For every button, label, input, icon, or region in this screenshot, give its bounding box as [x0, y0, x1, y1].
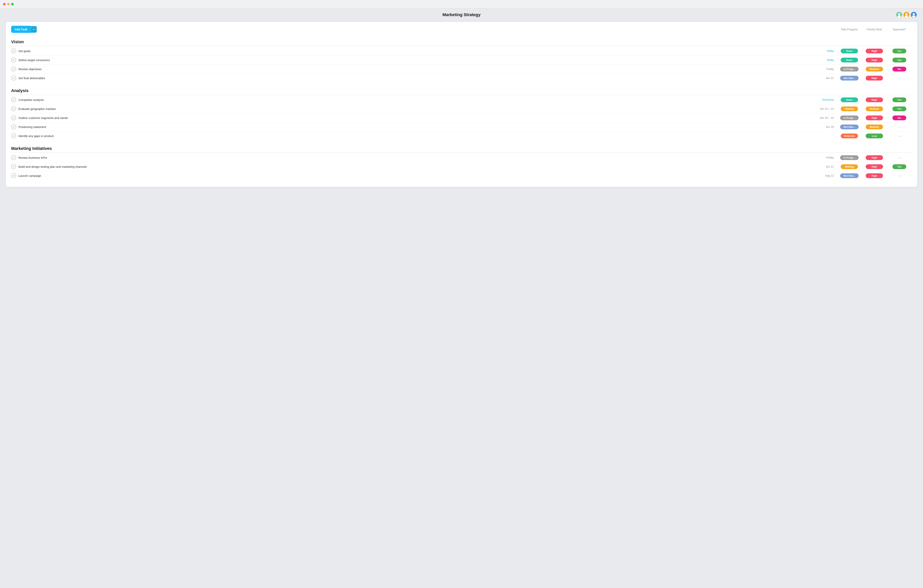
- task-checkbox[interactable]: [11, 97, 16, 102]
- priority-badge[interactable]: High: [866, 173, 883, 178]
- task-row[interactable]: Identify any gaps in productDeferredLow—: [11, 131, 912, 140]
- task-progress[interactable]: Waiting: [837, 106, 862, 111]
- task-row[interactable]: Review business KPIsFridayIn Progr...Hig…: [11, 153, 912, 162]
- progress-badge[interactable]: Waiting: [841, 164, 858, 169]
- task-approved[interactable]: Yes: [887, 97, 912, 102]
- task-approved[interactable]: —: [887, 174, 912, 178]
- task-progress[interactable]: Not Star...: [837, 124, 862, 129]
- progress-badge[interactable]: Not Star...: [840, 76, 859, 80]
- task-checkbox[interactable]: [11, 173, 16, 178]
- progress-badge[interactable]: Deferred: [841, 134, 858, 138]
- task-progress[interactable]: Not Star...: [837, 76, 862, 80]
- task-approved[interactable]: No: [887, 67, 912, 72]
- priority-badge[interactable]: High: [866, 49, 883, 53]
- priority-badge[interactable]: High: [866, 155, 883, 160]
- task-progress[interactable]: In Progr...: [837, 67, 862, 72]
- task-approved[interactable]: Yes: [887, 164, 912, 169]
- task-checkbox[interactable]: [11, 67, 16, 72]
- task-checkbox[interactable]: [11, 124, 16, 129]
- task-checkbox[interactable]: [11, 48, 16, 53]
- progress-badge[interactable]: Done: [841, 97, 858, 102]
- task-priority[interactable]: Low: [862, 134, 887, 138]
- task-priority[interactable]: High: [862, 164, 887, 169]
- add-task-button-group[interactable]: Add Task ▾: [11, 26, 37, 33]
- task-approved[interactable]: —: [887, 156, 912, 160]
- task-approved[interactable]: No: [887, 115, 912, 120]
- task-priority[interactable]: High: [862, 49, 887, 53]
- task-priority[interactable]: Medium: [862, 106, 887, 111]
- task-approved[interactable]: —: [887, 134, 912, 138]
- progress-badge[interactable]: In Progr...: [840, 115, 859, 120]
- task-checkbox[interactable]: [11, 75, 16, 80]
- task-row[interactable]: Build and design testing plan and market…: [11, 162, 912, 171]
- task-progress[interactable]: Done: [837, 49, 862, 53]
- task-approved[interactable]: —: [887, 125, 912, 129]
- priority-badge[interactable]: Medium: [866, 106, 883, 111]
- progress-badge[interactable]: Not Star...: [840, 173, 859, 178]
- task-priority[interactable]: High: [862, 115, 887, 120]
- task-approved[interactable]: Yes: [887, 57, 912, 62]
- approved-badge[interactable]: Yes: [892, 164, 906, 169]
- progress-badge[interactable]: Not Star...: [840, 124, 859, 129]
- close-button[interactable]: [3, 3, 6, 5]
- task-checkbox[interactable]: [11, 133, 16, 138]
- priority-badge[interactable]: High: [866, 115, 883, 120]
- task-priority[interactable]: High: [862, 155, 887, 160]
- task-priority[interactable]: Medium: [862, 67, 887, 72]
- priority-badge[interactable]: High: [866, 164, 883, 169]
- task-row[interactable]: Set goalsTodayDoneHighYes: [11, 46, 912, 56]
- maximize-button[interactable]: [11, 3, 14, 5]
- task-progress[interactable]: Done: [837, 57, 862, 62]
- task-row[interactable]: Positioning statementJun 19Not Star...Me…: [11, 123, 912, 131]
- priority-badge[interactable]: Low: [866, 134, 883, 138]
- task-progress[interactable]: Not Star...: [837, 173, 862, 178]
- avatar-3[interactable]: [910, 11, 917, 18]
- task-approved[interactable]: —: [887, 76, 912, 80]
- task-row[interactable]: Review objectivesFridayIn Progr...Medium…: [11, 65, 912, 74]
- priority-badge[interactable]: High: [866, 76, 883, 80]
- task-checkbox[interactable]: [11, 115, 16, 120]
- task-priority[interactable]: High: [862, 97, 887, 102]
- task-priority[interactable]: Medium: [862, 124, 887, 129]
- task-progress[interactable]: Waiting: [837, 164, 862, 169]
- approved-badge[interactable]: Yes: [892, 106, 906, 111]
- avatar-2[interactable]: [903, 11, 910, 18]
- approved-badge[interactable]: No: [892, 67, 906, 72]
- task-approved[interactable]: Yes: [887, 49, 912, 53]
- task-checkbox[interactable]: [11, 106, 16, 111]
- task-progress[interactable]: In Progr...: [837, 155, 862, 160]
- task-row[interactable]: Competitor analysisTomorrowDoneHighYes: [11, 95, 912, 104]
- task-progress[interactable]: In Progr...: [837, 115, 862, 120]
- approved-badge[interactable]: No: [892, 115, 906, 120]
- avatar-1[interactable]: [896, 11, 903, 18]
- approved-badge[interactable]: Yes: [892, 57, 906, 62]
- task-row[interactable]: Launch campaignAug 12Not Star...High—: [11, 171, 912, 180]
- task-row[interactable]: Evaluate geographic marketsJun 10 – 14Wa…: [11, 104, 912, 113]
- approved-badge[interactable]: Yes: [892, 49, 906, 53]
- approved-badge[interactable]: Yes: [892, 97, 906, 102]
- task-row[interactable]: Define target consumersTodayDoneHighYes: [11, 56, 912, 65]
- task-checkbox[interactable]: [11, 57, 16, 62]
- add-task-button[interactable]: Add Task: [11, 26, 31, 33]
- task-priority[interactable]: High: [862, 173, 887, 178]
- progress-badge[interactable]: Done: [841, 57, 858, 62]
- progress-badge[interactable]: In Progr...: [840, 67, 859, 72]
- priority-badge[interactable]: Medium: [866, 124, 883, 129]
- priority-badge[interactable]: High: [866, 57, 883, 62]
- progress-badge[interactable]: Done: [841, 49, 858, 53]
- task-checkbox[interactable]: [11, 164, 16, 169]
- task-progress[interactable]: Done: [837, 97, 862, 102]
- task-checkbox[interactable]: [11, 155, 16, 160]
- task-priority[interactable]: High: [862, 57, 887, 62]
- task-row[interactable]: Set final deliverablesJun 21Not Star...H…: [11, 74, 912, 82]
- task-progress[interactable]: Deferred: [837, 134, 862, 138]
- progress-badge[interactable]: Waiting: [841, 106, 858, 111]
- priority-badge[interactable]: High: [866, 97, 883, 102]
- progress-badge[interactable]: In Progr...: [840, 155, 859, 160]
- task-approved[interactable]: Yes: [887, 106, 912, 111]
- priority-badge[interactable]: Medium: [866, 67, 883, 72]
- minimize-button[interactable]: [7, 3, 10, 5]
- task-priority[interactable]: High: [862, 76, 887, 80]
- add-task-dropdown-button[interactable]: ▾: [31, 26, 37, 33]
- task-row[interactable]: Outline customer segments and needsJun 1…: [11, 113, 912, 123]
